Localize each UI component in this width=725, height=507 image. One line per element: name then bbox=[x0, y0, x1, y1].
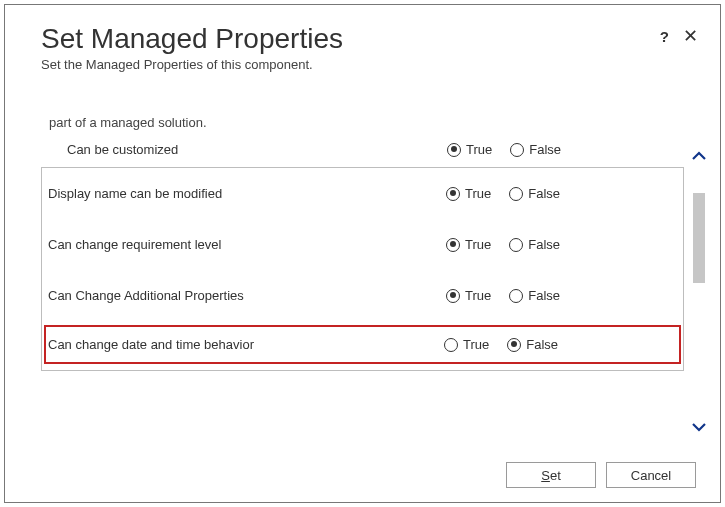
radio-indicator bbox=[447, 143, 461, 157]
property-label: Can Change Additional Properties bbox=[48, 288, 446, 303]
property-label: Can change requirement level bbox=[48, 237, 446, 252]
property-label: Can change date and time behavior bbox=[48, 337, 444, 352]
radio-false[interactable]: False bbox=[509, 237, 560, 252]
radio-label: True bbox=[463, 337, 489, 352]
radio-indicator bbox=[509, 289, 523, 303]
radio-indicator bbox=[507, 338, 521, 352]
properties-panel: part of a managed solution. Can be custo… bbox=[41, 115, 684, 432]
radio-label: True bbox=[465, 288, 491, 303]
scroll-up-icon[interactable] bbox=[690, 145, 708, 167]
set-accel: S bbox=[541, 468, 550, 483]
radio-label: False bbox=[528, 288, 560, 303]
radio-false[interactable]: False bbox=[509, 288, 560, 303]
radio-indicator bbox=[510, 143, 524, 157]
radio-indicator bbox=[444, 338, 458, 352]
dialog-title: Set Managed Properties bbox=[41, 23, 690, 55]
property-can-be-customized: Can be customized True False bbox=[67, 138, 684, 161]
radio-indicator bbox=[509, 187, 523, 201]
radio-true[interactable]: True bbox=[446, 237, 491, 252]
radio-group: True False bbox=[444, 337, 568, 352]
radio-label: True bbox=[465, 186, 491, 201]
radio-group: True False bbox=[446, 237, 570, 252]
radio-label: False bbox=[528, 237, 560, 252]
dialog-footer: Set Cancel bbox=[506, 462, 696, 488]
cancel-button[interactable]: Cancel bbox=[606, 462, 696, 488]
radio-group: True False bbox=[446, 186, 570, 201]
property-requirement-level: Can change requirement level True False bbox=[42, 219, 683, 270]
radio-label: False bbox=[528, 186, 560, 201]
radio-indicator bbox=[509, 238, 523, 252]
scroll-thumb[interactable] bbox=[693, 193, 705, 283]
radio-label: True bbox=[465, 237, 491, 252]
radio-false[interactable]: False bbox=[509, 186, 560, 201]
radio-true[interactable]: True bbox=[446, 288, 491, 303]
radio-indicator bbox=[446, 187, 460, 201]
scrollbar[interactable] bbox=[690, 115, 708, 432]
help-icon[interactable]: ? bbox=[660, 28, 669, 45]
radio-true[interactable]: True bbox=[447, 142, 492, 157]
radio-label: False bbox=[526, 337, 558, 352]
radio-false[interactable]: False bbox=[510, 142, 561, 157]
content-area: part of a managed solution. Can be custo… bbox=[41, 115, 708, 432]
radio-true[interactable]: True bbox=[446, 186, 491, 201]
dialog-header: Set Managed Properties Set the Managed P… bbox=[5, 5, 720, 78]
property-additional-properties: Can Change Additional Properties True Fa… bbox=[42, 270, 683, 321]
property-label: Display name can be modified bbox=[48, 186, 446, 201]
radio-label: False bbox=[529, 142, 561, 157]
radio-group: True False bbox=[447, 142, 571, 157]
close-icon[interactable]: ✕ bbox=[683, 27, 698, 45]
radio-true[interactable]: True bbox=[444, 337, 489, 352]
dialog: Set Managed Properties Set the Managed P… bbox=[4, 4, 721, 503]
sub-properties-box: Display name can be modified True False bbox=[41, 167, 684, 371]
truncated-description: part of a managed solution. bbox=[49, 115, 684, 130]
cancel-label: Cancel bbox=[631, 468, 671, 483]
radio-indicator bbox=[446, 238, 460, 252]
property-datetime-behavior-highlight: Can change date and time behavior True F… bbox=[44, 325, 681, 364]
set-button[interactable]: Set bbox=[506, 462, 596, 488]
radio-label: True bbox=[466, 142, 492, 157]
radio-false[interactable]: False bbox=[507, 337, 558, 352]
header-controls: ? ✕ bbox=[660, 27, 698, 45]
radio-indicator bbox=[446, 289, 460, 303]
scroll-down-icon[interactable] bbox=[690, 416, 708, 438]
property-display-name: Display name can be modified True False bbox=[42, 168, 683, 219]
property-label: Can be customized bbox=[67, 142, 447, 157]
property-datetime-behavior: Can change date and time behavior True F… bbox=[48, 333, 675, 356]
dialog-subtitle: Set the Managed Properties of this compo… bbox=[41, 57, 690, 72]
set-rest: et bbox=[550, 468, 561, 483]
radio-group: True False bbox=[446, 288, 570, 303]
